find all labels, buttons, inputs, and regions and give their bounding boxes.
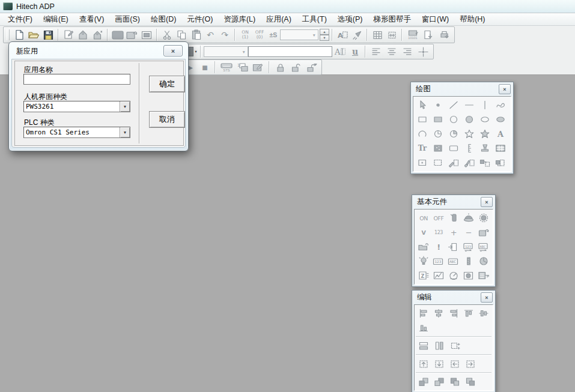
toolbar-gripper[interactable] <box>7 29 10 40</box>
element-goto-folder[interactable] <box>416 240 431 254</box>
menu-file[interactable]: 文件(F) <box>2 13 38 26</box>
align-bottom-button[interactable] <box>416 321 431 335</box>
font-combo[interactable]: ▼ <box>204 46 248 57</box>
tool-rounded-rect[interactable] <box>446 141 461 155</box>
tool-point[interactable] <box>430 98 446 112</box>
palette-basic-titlebar[interactable]: 基本元件 × <box>414 195 493 209</box>
nudge-down-button[interactable] <box>431 357 447 371</box>
tool-pie[interactable] <box>430 127 446 141</box>
same-width-button[interactable] <box>416 339 431 353</box>
spinner-up-icon[interactable]: ▲ <box>320 29 329 35</box>
tool-ellipse-filled[interactable] <box>493 112 508 127</box>
text-element-button[interactable]: A <box>335 28 350 42</box>
element-indicator-lamp[interactable] <box>461 211 476 225</box>
palette-basic-close-button[interactable]: × <box>481 197 493 207</box>
element-screen-change[interactable] <box>476 225 491 240</box>
element-round-indicator[interactable] <box>461 268 476 283</box>
off-state-button[interactable]: OFF(0) <box>252 28 267 42</box>
tool-table[interactable] <box>493 141 508 155</box>
grid-toggle-button[interactable] <box>370 28 385 42</box>
text-content-input[interactable] <box>248 46 332 57</box>
tool-link-frame-2[interactable] <box>493 155 508 170</box>
menu-edit[interactable]: 编辑(E) <box>38 13 74 26</box>
new-file-button[interactable] <box>12 28 26 42</box>
tool-stamp[interactable] <box>477 141 493 155</box>
stop-button[interactable]: ■ <box>198 60 212 74</box>
element-alarm[interactable]: ! <box>431 240 446 254</box>
tool-rect-filled[interactable] <box>430 112 446 127</box>
nudge-right-button[interactable] <box>463 357 478 371</box>
screen-view-button[interactable] <box>139 28 154 42</box>
align-text-right-button[interactable] <box>400 44 415 59</box>
snap-toggle-button[interactable] <box>385 28 399 42</box>
tool-vline[interactable] <box>477 98 493 112</box>
chevron-down-icon[interactable]: ▼ <box>120 101 130 112</box>
element-date-display[interactable]: Z <box>416 268 431 283</box>
cancel-button[interactable]: 取消 <box>149 111 185 128</box>
tool-rect[interactable] <box>415 112 430 127</box>
same-size-button[interactable] <box>447 339 463 353</box>
screen-open-button[interactable] <box>125 28 139 42</box>
app-name-input[interactable] <box>23 74 130 85</box>
element-increment[interactable]: + <box>446 225 461 240</box>
element-trend-graph[interactable] <box>431 268 446 283</box>
send-backward-button[interactable] <box>463 375 478 389</box>
tool-bitmap[interactable] <box>430 141 446 155</box>
element-on-button[interactable]: ON <box>416 211 431 225</box>
nudge-up-button[interactable] <box>416 357 431 371</box>
text-style-button[interactable]: A <box>332 44 348 59</box>
menu-help[interactable]: 帮助(H) <box>454 13 490 26</box>
element-pie-graph[interactable] <box>476 254 491 268</box>
bring-to-front-button[interactable] <box>416 375 431 389</box>
align-middle-v-button[interactable] <box>476 306 491 321</box>
palette-draw-titlebar[interactable]: 绘图 × <box>413 82 511 96</box>
unlock-button[interactable] <box>288 60 303 74</box>
menu-tools[interactable]: 工具(T) <box>297 13 332 26</box>
tool-pie-filled[interactable] <box>446 127 461 141</box>
download-app-button[interactable] <box>421 28 436 42</box>
state-combo[interactable]: ▼ <box>280 29 318 40</box>
align-top-button[interactable] <box>461 306 476 321</box>
palette-edit-close-button[interactable]: × <box>481 292 493 303</box>
tool-circle[interactable] <box>446 112 461 127</box>
menu-library[interactable]: 资源库(L) <box>218 13 261 26</box>
download-firmware-button[interactable] <box>436 28 452 42</box>
palette-draw-close-button[interactable]: × <box>499 84 511 94</box>
tool-star-filled[interactable] <box>477 127 493 141</box>
set-value-button[interactable]: ±S <box>267 28 280 42</box>
palette-edit-titlebar[interactable]: 编辑 × <box>414 291 493 304</box>
menu-options[interactable]: 选项(P) <box>332 13 368 26</box>
paste-button[interactable] <box>189 28 203 42</box>
menu-draw[interactable]: 绘图(D) <box>145 13 181 26</box>
tool-line[interactable] <box>446 98 461 112</box>
element-bar-graph[interactable] <box>461 254 476 268</box>
same-height-button[interactable] <box>431 339 447 353</box>
tag-new-button[interactable] <box>90 28 105 42</box>
tool-link-frame[interactable] <box>477 155 493 170</box>
tool-hline[interactable] <box>461 98 477 112</box>
tool-select[interactable] <box>415 98 430 112</box>
element-keypad[interactable] <box>476 268 491 283</box>
state-spinner[interactable]: ▲ ▼ <box>320 29 329 41</box>
dialog-close-button[interactable]: × <box>163 45 183 56</box>
menu-ladder-helper[interactable]: 梯形图帮手 <box>368 13 417 26</box>
menu-application[interactable]: 应用(A) <box>261 13 297 26</box>
tool-scale[interactable] <box>461 141 477 155</box>
menu-window[interactable]: 窗口(W) <box>416 13 454 26</box>
plc-type-select[interactable]: Omron CS1 Series ▼ <box>23 127 130 138</box>
tool-brush-frame[interactable] <box>461 155 477 170</box>
cut-button[interactable] <box>160 28 174 42</box>
place-element-button[interactable] <box>350 28 364 42</box>
element-off-button[interactable]: OFF <box>431 211 446 225</box>
underline-button[interactable]: u <box>348 44 362 59</box>
tool-freeform[interactable] <box>493 98 508 112</box>
tool-arc[interactable] <box>415 127 430 141</box>
edit-screen-button[interactable] <box>251 60 266 74</box>
app-properties-button[interactable] <box>61 28 76 42</box>
tool-circle-filled[interactable] <box>461 112 477 127</box>
tool-text[interactable]: A <box>493 127 508 141</box>
nudge-left-button[interactable] <box>447 357 463 371</box>
save-file-button[interactable] <box>41 28 55 42</box>
tool-star[interactable] <box>461 127 477 141</box>
tool-pen-frame[interactable] <box>446 155 461 170</box>
